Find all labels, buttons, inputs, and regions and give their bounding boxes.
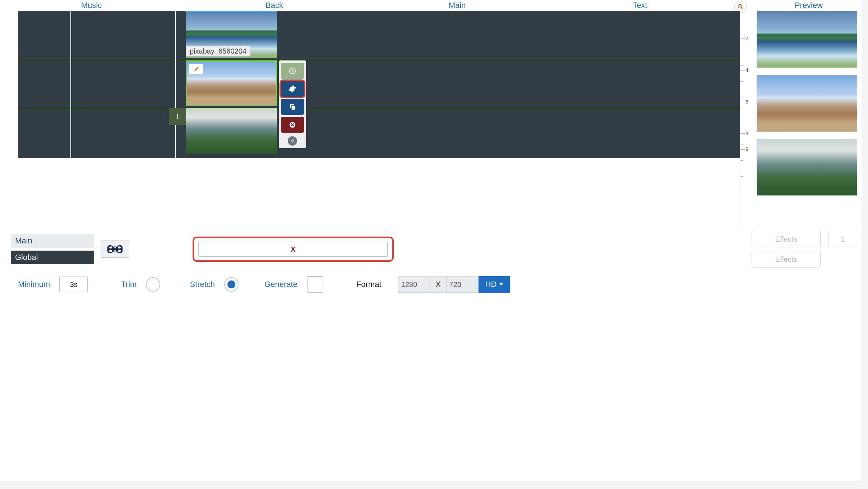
clip-action-menu: ?: [279, 60, 306, 148]
workspace: pixabay_6560204: [0, 11, 868, 227]
mid-controls: Main Global X Effects 1 Effects: [0, 227, 868, 268]
format-label: Format: [356, 280, 382, 289]
top-tabs: Music Back Main Text Preview: [0, 0, 868, 11]
generate-checkbox[interactable]: [307, 276, 323, 293]
delete-button[interactable]: [281, 117, 304, 133]
butterfly-icon: [104, 243, 126, 256]
tab-text[interactable]: Text: [549, 0, 731, 10]
vertical-scrollbar[interactable]: [862, 0, 868, 489]
svg-rect-12: [115, 246, 115, 252]
column-divider: [70, 11, 71, 158]
tab-music[interactable]: Music: [0, 0, 183, 10]
svg-point-8: [109, 246, 112, 248]
ruler-mark: 6: [745, 99, 748, 105]
stretch-label: Stretch: [190, 280, 215, 289]
ruler-mark: 4: [745, 67, 748, 73]
tab-preview[interactable]: Preview: [749, 0, 868, 10]
effects-button-2[interactable]: Effects: [752, 251, 821, 268]
clip-filename-label: pixabay_6560204: [186, 46, 250, 56]
close-circle-icon: [288, 121, 296, 129]
clock-icon: [288, 67, 296, 75]
highlighted-x-container: X: [193, 237, 394, 262]
vertical-drag-handle[interactable]: [169, 108, 186, 125]
bottom-bar: Minimum 3s Trim Stretch Generate Format …: [0, 268, 868, 293]
format-preset-label: HD: [485, 280, 497, 289]
layer-selector: Main Global: [11, 234, 94, 264]
resize-vertical-icon: [174, 113, 181, 120]
stretch-radio[interactable]: [224, 277, 239, 292]
format-width-input[interactable]: [398, 276, 430, 293]
timeline[interactable]: pixabay_6560204: [18, 11, 740, 158]
duplicate-button[interactable]: [281, 99, 304, 115]
minimum-value-input[interactable]: 3s: [59, 277, 88, 292]
clip-slot-2-selected[interactable]: [186, 60, 277, 106]
svg-point-9: [118, 246, 121, 248]
gear-icon: [288, 85, 296, 93]
footer-strip: [0, 481, 862, 489]
format-height-input[interactable]: [446, 276, 479, 293]
format-x-separator: X: [430, 276, 446, 293]
trim-label: Trim: [121, 280, 137, 289]
ruler-mark: 2: [745, 36, 748, 41]
generate-label: Generate: [264, 280, 297, 289]
layer-global[interactable]: Global: [11, 251, 94, 264]
tab-main[interactable]: Main: [366, 0, 549, 10]
tab-back[interactable]: Back: [183, 0, 366, 10]
preview-thumb-1[interactable]: [757, 11, 857, 68]
svg-point-10: [109, 250, 112, 252]
remove-transition-button[interactable]: X: [198, 242, 388, 257]
effects-button-1[interactable]: Effects: [752, 231, 821, 247]
format-group: X HD: [398, 276, 510, 293]
transition-preset-button[interactable]: [101, 241, 129, 258]
chevron-down-icon: [499, 283, 503, 285]
layer-main[interactable]: Main: [11, 234, 94, 248]
pin-icon: [193, 66, 199, 72]
effects-group: Effects 1 Effects: [752, 231, 857, 268]
svg-line-1: [741, 8, 743, 9]
timeline-wrap: pixabay_6560204: [0, 11, 740, 158]
preview-thumb-2[interactable]: [757, 75, 857, 132]
preview-column: [757, 11, 868, 196]
ruler-mark: 9: [745, 146, 748, 152]
preview-thumb-3[interactable]: [757, 139, 857, 196]
help-button[interactable]: ?: [288, 136, 297, 146]
clip-slot-3[interactable]: [186, 108, 277, 154]
guide-line: [18, 108, 740, 108]
pin-button[interactable]: [189, 64, 203, 74]
guide-line: [18, 60, 740, 60]
zoom-in-icon: [737, 4, 744, 10]
timing-button[interactable]: [281, 63, 304, 79]
effects-count: 1: [828, 231, 857, 247]
column-divider: [175, 11, 176, 158]
svg-rect-6: [291, 105, 295, 110]
svg-point-11: [118, 250, 121, 252]
time-ruler: 24689: [740, 11, 757, 227]
minimum-label: Minimum: [18, 280, 50, 289]
clip-thumb: [186, 108, 277, 154]
ruler-mark: 8: [745, 131, 748, 136]
trim-radio[interactable]: [146, 277, 160, 292]
settings-button[interactable]: [281, 81, 304, 97]
format-preset-dropdown[interactable]: HD: [479, 276, 510, 293]
duplicate-icon: [288, 103, 296, 111]
